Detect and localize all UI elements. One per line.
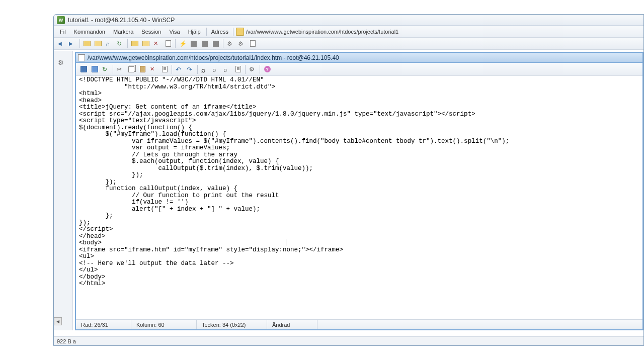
menu-markera[interactable]: Markera bbox=[109, 27, 137, 36]
paste-button[interactable] bbox=[137, 64, 147, 74]
saveas-icon bbox=[92, 66, 98, 72]
main-window: tutorial1 - root@46.21.105.40 - WinSCP F… bbox=[53, 14, 644, 346]
find-icon bbox=[212, 66, 219, 73]
code-content: <!DOCTYPE HTML PUBLIC "-//W3C//DTD HTML … bbox=[79, 77, 639, 288]
grid-icon bbox=[191, 41, 197, 47]
sync-button[interactable] bbox=[189, 39, 199, 49]
separator bbox=[172, 65, 172, 74]
terminal-button[interactable] bbox=[178, 39, 188, 49]
editor-window: /var/www/www.getwebinspiration.com/htdoc… bbox=[75, 52, 643, 330]
home-button[interactable] bbox=[104, 39, 114, 49]
back-icon bbox=[58, 40, 65, 47]
options-button[interactable] bbox=[248, 39, 258, 49]
doc-icon bbox=[250, 40, 256, 47]
lightning-icon bbox=[179, 40, 186, 47]
separator bbox=[79, 39, 80, 48]
folder-up-button[interactable] bbox=[93, 39, 103, 49]
saveas-button[interactable] bbox=[90, 64, 100, 74]
menubar: Fil Kommandon Markera Session Visa Hjälp… bbox=[54, 26, 643, 38]
menu-hjalp[interactable]: Hjälp bbox=[184, 27, 205, 36]
delete-icon bbox=[150, 66, 157, 73]
separator bbox=[175, 39, 176, 48]
editor-title: /var/www/www.getwebinspiration.com/htdoc… bbox=[88, 54, 339, 61]
queue-button[interactable] bbox=[200, 39, 210, 49]
code-editor[interactable]: <!DOCTYPE HTML PUBLIC "-//W3C//DTD HTML … bbox=[76, 76, 642, 319]
folder-icon bbox=[236, 28, 244, 36]
delete-button[interactable] bbox=[152, 39, 162, 49]
separator bbox=[197, 65, 198, 74]
preferences-button[interactable] bbox=[236, 39, 247, 49]
gear-icon[interactable] bbox=[58, 59, 66, 67]
delete-button[interactable] bbox=[148, 64, 158, 74]
folder-icon bbox=[131, 41, 138, 46]
goto-button[interactable] bbox=[233, 64, 243, 74]
address-label: Adress bbox=[208, 29, 231, 35]
text-cursor bbox=[286, 239, 286, 246]
delete-icon bbox=[153, 40, 160, 47]
save-button[interactable] bbox=[78, 64, 89, 74]
save-icon bbox=[80, 66, 87, 72]
find-next-button[interactable] bbox=[211, 64, 221, 74]
scroll-left-button[interactable] bbox=[54, 317, 62, 325]
separator bbox=[245, 65, 246, 74]
redo-button[interactable] bbox=[185, 64, 195, 74]
find-icon bbox=[223, 66, 230, 73]
separator bbox=[113, 65, 113, 74]
editor-statusbar: Rad: 26/31 Kolumn: 60 Tecken: 34 (0x22) … bbox=[76, 319, 642, 329]
find-icon bbox=[201, 66, 208, 73]
address-path[interactable]: /var/www/www.getwebinspiration.com/htdoc… bbox=[246, 29, 398, 35]
back-button[interactable] bbox=[56, 39, 66, 49]
titlebar: tutorial1 - root@46.21.105.40 - WinSCP bbox=[54, 15, 643, 26]
status-column: Kolumn: 60 bbox=[131, 320, 197, 329]
new-file-button[interactable] bbox=[141, 39, 151, 49]
refresh-button[interactable] bbox=[115, 39, 125, 49]
grid-icon bbox=[213, 41, 219, 47]
gear-icon bbox=[238, 40, 245, 47]
separator bbox=[206, 28, 207, 36]
status-modified: Ändrad bbox=[267, 320, 317, 329]
doc-icon bbox=[166, 40, 171, 47]
home-icon bbox=[106, 40, 113, 47]
select-all-button[interactable] bbox=[159, 64, 170, 74]
properties-button[interactable] bbox=[163, 39, 173, 49]
menu-kommandon[interactable]: Kommandon bbox=[70, 27, 109, 36]
document-icon bbox=[78, 54, 85, 61]
replace-button[interactable] bbox=[222, 64, 232, 74]
refresh-icon bbox=[102, 66, 109, 73]
main-statusbar: 922 B a bbox=[54, 336, 643, 345]
main-toolbar bbox=[54, 38, 643, 50]
separator bbox=[127, 39, 128, 48]
folder-icon bbox=[142, 41, 149, 46]
cut-button[interactable] bbox=[115, 64, 125, 74]
help-icon bbox=[264, 66, 271, 72]
separator bbox=[223, 39, 223, 48]
find-button[interactable] bbox=[200, 64, 210, 74]
doc-icon bbox=[162, 66, 168, 72]
encoding-button[interactable] bbox=[248, 64, 258, 74]
help-button[interactable] bbox=[262, 64, 272, 74]
new-folder-button[interactable] bbox=[130, 39, 140, 49]
menu-visa[interactable]: Visa bbox=[165, 27, 184, 36]
paste-icon bbox=[140, 66, 145, 72]
list-button[interactable] bbox=[211, 39, 221, 49]
copy-icon bbox=[128, 66, 134, 72]
forward-button[interactable] bbox=[67, 39, 77, 49]
editor-titlebar: /var/www/www.getwebinspiration.com/htdoc… bbox=[76, 53, 642, 63]
status-char: Tecken: 34 (0x22) bbox=[197, 320, 267, 329]
status-row: Rad: 26/31 bbox=[76, 320, 131, 329]
refresh-icon bbox=[117, 40, 124, 47]
grid-icon bbox=[202, 41, 208, 47]
doc-icon bbox=[235, 66, 241, 72]
redo-icon bbox=[187, 66, 194, 73]
undo-button[interactable] bbox=[174, 64, 184, 74]
folder-button[interactable] bbox=[82, 39, 92, 49]
separator bbox=[233, 28, 233, 36]
menu-fil[interactable]: Fil bbox=[56, 27, 70, 36]
gear-icon bbox=[227, 40, 234, 47]
left-gutter bbox=[54, 51, 73, 330]
reload-button[interactable] bbox=[101, 64, 111, 74]
menu-session[interactable]: Session bbox=[137, 27, 165, 36]
copy-button[interactable] bbox=[126, 64, 136, 74]
cut-icon bbox=[117, 66, 124, 73]
settings-button[interactable] bbox=[225, 39, 235, 49]
